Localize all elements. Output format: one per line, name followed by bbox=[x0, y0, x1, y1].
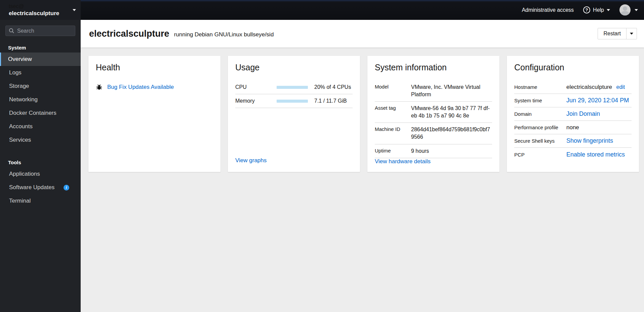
host-switcher-user: tsec@ bbox=[9, 3, 73, 10]
hostname-row: Hostname electricalsculpture edit bbox=[514, 80, 632, 94]
configuration-card-title: Configuration bbox=[514, 63, 632, 72]
avatar-head bbox=[623, 6, 627, 11]
sidebar-item-accounts[interactable]: Accounts bbox=[0, 120, 81, 133]
uptime-row: Uptime 9 hours bbox=[375, 144, 492, 159]
help-label: Help bbox=[593, 7, 604, 13]
health-item: Bug Fix Updates Available bbox=[96, 84, 213, 91]
pcp-row: PCP Enable stored metrics bbox=[514, 148, 632, 161]
restart-split-button: Restart bbox=[598, 28, 637, 39]
view-hardware-details-link[interactable]: View hardware details bbox=[375, 158, 431, 165]
bug-icon bbox=[96, 84, 103, 91]
memory-usage-row: Memory 7.1 / 11.7 GiB bbox=[235, 94, 353, 108]
performance-profile-value: none bbox=[566, 124, 632, 131]
secure-shell-keys-row: Secure Shell keys Show fingerprints bbox=[514, 134, 632, 148]
sidebar-item-storage[interactable]: Storage bbox=[0, 79, 81, 93]
performance-profile-row: Performance profile none bbox=[514, 121, 632, 134]
nav-section-title-tools: Tools bbox=[0, 155, 81, 167]
cpu-usage-row: CPU 20% of 4 CPUs bbox=[235, 80, 353, 94]
nav-section-title-system: System bbox=[0, 41, 81, 53]
sidebar-item-terminal[interactable]: Terminal bbox=[0, 194, 81, 208]
configuration-card: Configuration Hostname electricalsculptu… bbox=[507, 56, 639, 172]
help-menu[interactable]: ? Help bbox=[583, 6, 610, 13]
sidebar: System Overview Logs Storage Networking … bbox=[0, 20, 81, 312]
show-fingerprints-link[interactable]: Show fingerprints bbox=[566, 137, 632, 144]
search-input[interactable] bbox=[5, 26, 75, 36]
chevron-down-icon bbox=[607, 9, 610, 11]
page-title: electricalsculpture bbox=[89, 29, 169, 39]
join-domain-link[interactable]: Join Domain bbox=[566, 110, 632, 117]
page-header: electricalsculpture running Debian GNU/L… bbox=[81, 20, 644, 47]
avatar bbox=[619, 4, 631, 15]
usage-card-title: Usage bbox=[235, 63, 353, 72]
health-card: Health bbox=[88, 56, 220, 172]
host-switcher-text: tsec@ electricalsculpture bbox=[9, 3, 73, 17]
cpu-usage-value: 20% of 4 CPUs bbox=[308, 84, 353, 90]
view-graphs-link[interactable]: View graphs bbox=[235, 157, 267, 164]
host-switcher-host: electricalsculpture bbox=[9, 10, 73, 17]
nav-section-system: System Overview Logs Storage Networking … bbox=[0, 41, 81, 147]
masthead: tsec@ electricalsculpture Administrative… bbox=[0, 0, 644, 20]
usage-card: Usage CPU 20% of 4 CPUs Memory 7.1 / 11.… bbox=[228, 56, 360, 172]
system-time-link[interactable]: Jun 29, 2020 12:04 PM bbox=[566, 97, 632, 104]
session-menu[interactable] bbox=[619, 4, 638, 15]
bug-fix-updates-link[interactable]: Bug Fix Updates Available bbox=[107, 84, 174, 91]
domain-row: Domain Join Domain bbox=[514, 107, 632, 121]
system-information-card-footer: View hardware details bbox=[375, 158, 492, 166]
sidebar-item-overview[interactable]: Overview bbox=[0, 53, 81, 66]
nav-section-tools: Tools Applications Software Updates i Te… bbox=[0, 155, 81, 208]
cpu-progress-bar bbox=[277, 86, 308, 89]
system-information-card-title: System information bbox=[375, 63, 492, 72]
sidebar-item-docker-containers[interactable]: Docker Containers bbox=[0, 106, 81, 120]
system-time-row: System time Jun 29, 2020 12:04 PM bbox=[514, 94, 632, 107]
sidebar-item-logs[interactable]: Logs bbox=[0, 66, 81, 79]
asset-tag-row: Asset tag VMware-56 4d 9a 30 b7 77 7f df… bbox=[375, 102, 492, 123]
health-card-title: Health bbox=[96, 63, 213, 72]
administrative-access-button[interactable]: Administrative access bbox=[522, 7, 574, 13]
os-subtitle: running Debian GNU/Linux bullseye/sid bbox=[174, 29, 274, 38]
info-badge-icon: i bbox=[64, 185, 69, 190]
memory-progress-bar bbox=[277, 100, 308, 103]
model-row: Model VMware, Inc. VMware Virtual Platfo… bbox=[375, 80, 492, 102]
machine-id-row: Machine ID 2864d41bef864d759b681f9c0bf79… bbox=[375, 123, 492, 144]
memory-usage-value: 7.1 / 11.7 GiB bbox=[308, 98, 353, 104]
host-switcher[interactable]: tsec@ electricalsculpture bbox=[0, 0, 81, 20]
sidebar-item-software-updates[interactable]: Software Updates i bbox=[0, 181, 81, 194]
help-icon: ? bbox=[583, 6, 590, 13]
cpu-label: CPU bbox=[235, 84, 277, 90]
memory-label: Memory bbox=[235, 98, 277, 104]
hostname-value: electricalsculpture bbox=[566, 84, 612, 90]
chevron-down-icon bbox=[630, 33, 633, 35]
enable-stored-metrics-link[interactable]: Enable stored metrics bbox=[566, 151, 632, 158]
restart-dropdown-toggle[interactable] bbox=[626, 28, 637, 39]
chevron-down-icon bbox=[635, 9, 638, 11]
avatar-body bbox=[621, 11, 629, 15]
sidebar-item-services[interactable]: Services bbox=[0, 133, 81, 147]
hostname-edit-link[interactable]: edit bbox=[616, 84, 625, 90]
search-icon bbox=[9, 28, 14, 34]
system-information-card: System information Model VMware, Inc. VM… bbox=[367, 56, 499, 172]
masthead-actions: Administrative access ? Help bbox=[81, 0, 644, 20]
restart-button[interactable]: Restart bbox=[598, 28, 626, 39]
chevron-down-icon bbox=[73, 9, 76, 11]
usage-card-footer: View graphs bbox=[235, 157, 353, 165]
sidebar-item-networking[interactable]: Networking bbox=[0, 93, 81, 106]
sidebar-search bbox=[5, 26, 75, 36]
sidebar-item-applications[interactable]: Applications bbox=[0, 167, 81, 181]
content-area: Health bbox=[81, 47, 644, 312]
